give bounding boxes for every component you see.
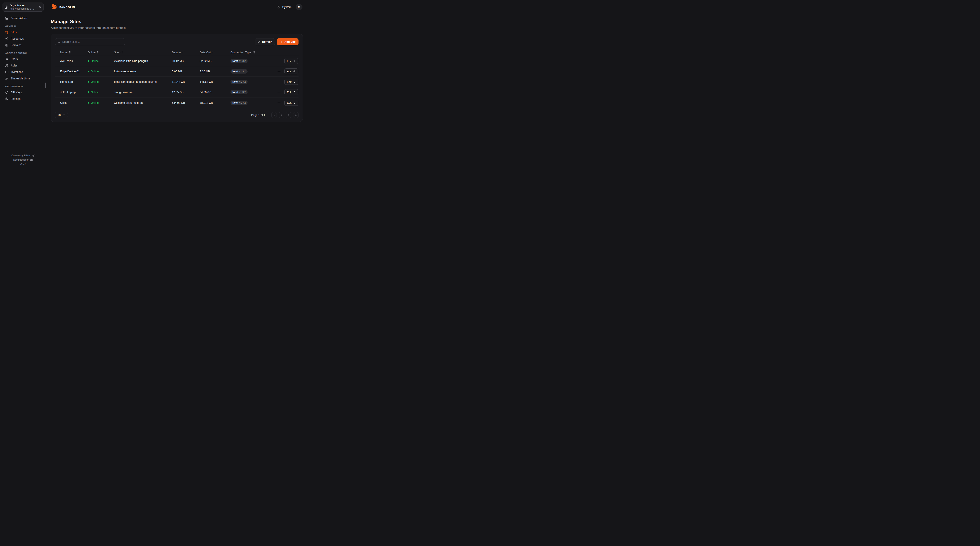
documentation-link[interactable]: Documentation <box>2 158 45 162</box>
cell-status: Online <box>88 59 114 62</box>
page-header: Manage Sites Allow connectivity to your … <box>46 14 307 29</box>
add-site-button[interactable]: Add Site <box>277 38 299 45</box>
sidebar-item-api-keys[interactable]: API Keys <box>3 89 43 96</box>
next-page-button[interactable] <box>286 112 291 118</box>
cell-data-out: 34.80 GB <box>200 91 231 94</box>
table-header-row: Name Online Site Data In Data Out <box>55 49 299 56</box>
cell-name: Office <box>60 101 88 104</box>
combine-icon <box>5 30 8 34</box>
column-header-label: Name <box>60 51 67 54</box>
sidebar-item-resources[interactable]: Resources <box>3 35 43 42</box>
status-label: Online <box>91 70 99 73</box>
theme-toggle[interactable]: System <box>277 5 291 9</box>
row-menu-button[interactable] <box>277 101 281 105</box>
org-selector-label: Organization <box>10 4 37 7</box>
search-input[interactable] <box>62 40 123 43</box>
column-header-name[interactable]: Name <box>60 51 88 54</box>
column-header-label: Online <box>88 51 95 54</box>
avatar[interactable]: M <box>296 4 302 10</box>
column-header-online[interactable]: Online <box>88 51 114 54</box>
external-link-icon <box>32 154 35 157</box>
edit-button[interactable]: Edit <box>285 69 298 74</box>
previous-page-button[interactable] <box>279 112 284 118</box>
sidebar-item-roles[interactable]: Roles <box>3 62 43 69</box>
row-menu-button[interactable] <box>277 59 281 63</box>
edit-button-label: Edit <box>287 60 291 62</box>
sidebar-item-domains[interactable]: Domains <box>3 42 43 48</box>
community-edition-label: Community Edition <box>11 153 31 158</box>
column-header-connection-type[interactable]: Connection Type <box>231 51 277 54</box>
plus-icon <box>280 40 283 43</box>
pagination-label: Page 1 of 1 <box>251 113 265 117</box>
org-selector[interactable]: Organization milo@fossorial.io's ... <box>3 3 43 11</box>
sidebar-item-label: Settings <box>11 97 21 101</box>
sort-icon <box>69 51 72 54</box>
online-dot <box>88 70 89 72</box>
connection-badge: Newtv1.3.2 <box>231 80 248 84</box>
cell-data-out: 3.20 MB <box>200 70 231 73</box>
refresh-button[interactable]: Refresh <box>255 38 275 45</box>
sidebar-item-server-admin[interactable]: Server Admin <box>3 15 43 21</box>
last-page-button[interactable] <box>293 112 299 118</box>
status-label: Online <box>91 80 99 83</box>
pagination: Page 1 of 1 <box>251 112 299 118</box>
connection-badge: Newtv1.3.2 <box>231 69 248 73</box>
connection-type-label: Newt <box>232 60 238 62</box>
column-header-label: Data Out <box>200 51 211 54</box>
table-row: Edge Device 01 Online fortunate-cape-fox… <box>55 66 299 77</box>
org-selector-texts: Organization milo@fossorial.io's ... <box>10 4 37 10</box>
sidebar-item-users[interactable]: Users <box>3 56 43 62</box>
ticket-check-icon <box>5 70 8 73</box>
app-version: v1.7.0 <box>2 162 45 166</box>
page-size-value: 20 <box>57 113 61 117</box>
sidebar-item-label: Resources <box>11 37 24 40</box>
toolbar-actions: Refresh Add Site <box>255 38 299 45</box>
pangolin-logo-icon <box>51 4 57 10</box>
cell-connection-type: Newtv1.3.2 <box>231 90 277 94</box>
edit-button-label: Edit <box>287 70 291 73</box>
column-header-label: Data In <box>172 51 181 54</box>
chevron-right-icon <box>287 114 290 117</box>
edit-button[interactable]: Edit <box>285 79 298 85</box>
column-header-data-in[interactable]: Data In <box>172 51 200 54</box>
sidebar-item-shareable-links[interactable]: Shareable Links <box>3 75 43 81</box>
arrow-right-icon <box>293 91 296 94</box>
cell-site: fortunate-cape-fox <box>114 70 172 73</box>
page-size-select[interactable]: 20 <box>55 112 68 118</box>
add-site-button-label: Add Site <box>285 40 296 43</box>
cell-data-in: 112.42 GB <box>172 80 200 83</box>
edit-button[interactable]: Edit <box>285 100 298 106</box>
sidebar-item-label: Shareable Links <box>11 77 30 80</box>
connection-type-label: Newt <box>232 70 238 73</box>
column-header-site[interactable]: Site <box>114 51 172 54</box>
edit-button[interactable]: Edit <box>285 58 298 64</box>
connection-version-label: v1.3.2 <box>239 60 246 62</box>
sidebar-item-invitations[interactable]: Invitations <box>3 69 43 75</box>
cell-connection-type: Newtv1.3.2 <box>231 101 277 105</box>
row-menu-button[interactable] <box>277 90 281 94</box>
chevrons-up-down-icon <box>38 6 41 9</box>
arrow-right-icon <box>293 101 296 104</box>
sort-icon <box>120 51 123 54</box>
sidebar-item-settings[interactable]: Settings <box>3 96 43 102</box>
cell-actions: Edit <box>277 58 301 64</box>
connection-version-label: v1.3.2 <box>239 101 246 104</box>
sidebar-scrollbar-thumb[interactable] <box>45 83 46 88</box>
search-icon <box>57 40 60 43</box>
first-page-button[interactable] <box>272 112 277 118</box>
edit-button[interactable]: Edit <box>285 89 298 95</box>
sidebar-item-sites[interactable]: Sites <box>3 29 43 35</box>
sites-table: Name Online Site Data In Data Out <box>55 49 299 108</box>
gear-icon <box>5 97 8 101</box>
community-edition-link[interactable]: Community Edition <box>2 153 45 158</box>
row-menu-button[interactable] <box>277 69 281 73</box>
column-header-data-out[interactable]: Data Out <box>200 51 231 54</box>
connection-type-label: Newt <box>232 101 238 104</box>
cell-connection-type: Newtv1.3.2 <box>231 59 277 63</box>
row-menu-button[interactable] <box>277 80 281 84</box>
cell-data-in: 5.00 MB <box>172 70 200 73</box>
org-selector-value: milo@fossorial.io's ... <box>10 7 37 10</box>
cell-actions: Edit <box>277 79 301 85</box>
cell-data-in: 534.98 GB <box>172 101 200 104</box>
cell-site: dead-san-joaquin-antelope-squirrel <box>114 80 172 83</box>
